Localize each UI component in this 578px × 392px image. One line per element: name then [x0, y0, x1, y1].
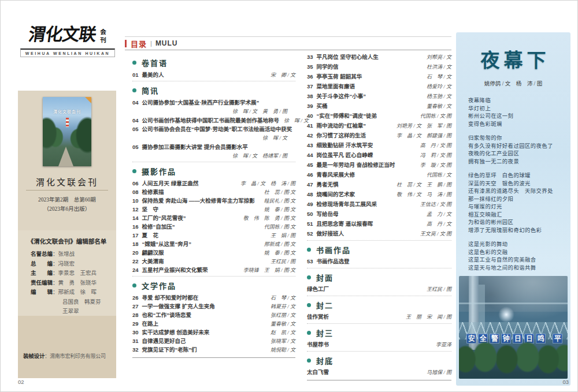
toc-entry-credit: 代国栋 / 文·图: [420, 113, 451, 120]
toc-entry-credit: 敬 伟 / 文 马 涛 / 图: [397, 191, 451, 198]
toc-entry-number: 17: [132, 232, 139, 238]
toc-subtitle: MULU: [155, 39, 178, 47]
toc-entry-number: 52: [307, 230, 313, 237]
toc-entry: 39买桶董春敏 / 文: [307, 103, 451, 110]
toc-entry-number: 45: [307, 162, 313, 168]
poem-line: 相互交映融汇: [468, 211, 570, 219]
toc-entry-number: 42: [307, 132, 313, 139]
section-bullet-icon: [132, 283, 136, 288]
toc-entry-title: 20翩翩汉服: [132, 249, 164, 256]
toc-entry-credit: 杜 蕊 / 文 王 鹏 / 图: [397, 181, 451, 188]
toc-entry-credit: 高 丹 / 文·图: [420, 142, 451, 149]
toc-entry-title: 51且把思念寄 遥以报春晖: [307, 221, 373, 227]
toc-entry-title: 16检修“自加压”: [132, 223, 175, 230]
toc-entry-credit: 杜 蕊 / 图·文: [264, 189, 295, 196]
editorial-role: 总 编: [31, 260, 53, 267]
feature-title: 夜幕下: [456, 45, 570, 73]
toc-entry-number: 50: [307, 211, 313, 217]
toc-entry-credit: 姚倪聪 / 文: [271, 346, 295, 353]
section-divider: [307, 380, 451, 380]
toc-entry-credit: 王红民 / 图: [427, 286, 451, 293]
toc-entry-number: 32: [132, 346, 139, 353]
editorial-row: 责任编辑：黄 勇 张晓华: [18, 278, 116, 288]
toc-separator: |: [150, 40, 152, 47]
toc-section-title: 简讯: [142, 85, 159, 96]
toc-entry-title: 32党旗见证下的“老陈”们: [132, 346, 197, 353]
toc-section-title: 封二: [316, 300, 334, 311]
toc-entry-number: 12: [132, 206, 139, 212]
toc-entry-credit: 刘艳芳 / 文 张 军 / 图: [397, 122, 451, 129]
editorial-row: 总 编：冯晓宏: [18, 259, 116, 269]
toc-entry: 30实干达成梦想 创造美好未来赵 凯 / 文: [132, 329, 295, 336]
toc-entry-number: 14: [132, 215, 139, 221]
toc-section-heading: 封底: [307, 355, 451, 366]
poem-stanza: 绿色的草坪 白色的球罐深蓝的天空 银色的波光还有漆黑的道路尽头 天际交界处那一抹…: [468, 172, 570, 234]
toc-entry-number: 05: [132, 144, 139, 150]
poem-line: 与璀璨的灯光: [468, 203, 570, 211]
editorial-board-title: 《渭化文联会刊》编辑部名单: [18, 237, 116, 245]
toc-entry-title: 04公司摄协参加“大国基业·陕西产行业摄影学术展”: [132, 99, 259, 106]
toc-section-heading: 封二: [307, 300, 451, 311]
toc-entry: 17夏 花王 娟 / 图: [132, 232, 295, 239]
toc-entry-title: 46青春风采展大修: [307, 171, 355, 178]
toc-entry: 05摄协参加三秦摄影大讲堂 提升会员摄影水平: [132, 144, 295, 151]
editorial-colon: ：: [53, 260, 58, 267]
toc-entry-title: 18“嫦娥”从这里“奔月”: [132, 241, 191, 248]
toc-entry: 36亭亭玉荷 韶韶其华石 琴 / 文: [307, 73, 451, 80]
toc-entry-title: 52做好接班人: [307, 230, 344, 237]
toc-entry-number: 29: [132, 320, 139, 327]
poem-line: 为和谐的彬州园区: [468, 219, 570, 227]
editorial-names: 邢新成 徐 晖: [58, 289, 97, 295]
toc-entry: 38关于斗争这件“小事”杨玉驰 / 文: [307, 93, 451, 100]
toc-section-heading: 简讯: [132, 85, 295, 96]
toc-entry-credit: 眭民礼 / 图·文: [264, 197, 295, 204]
toc-entry: 04公司书画创作基地获得中国职工书画院最美创作基地称号徐 晖 / 文: [132, 117, 295, 124]
toc-entry-number: 37: [307, 83, 313, 89]
editorial-colon: ：: [53, 279, 58, 286]
toc-entry-credit: 孟 力 / 文: [427, 211, 451, 218]
editorial-names: 黄 勇 张晓华: [58, 279, 97, 286]
design-role-label: 装帧设计: [23, 353, 45, 359]
toc-entry-number: 10: [132, 197, 139, 204]
feature-panel: 夜幕下 姚停鸽 / 文 杨 沛 / 图 夜幕降临华灯初上彬州公司在这一刻变得色彩…: [456, 32, 570, 386]
poem-line: 深蓝的天空 银色的波光: [468, 180, 570, 188]
toc-entry: 31自律遇见更好自己张晓军 / 文: [132, 338, 295, 345]
issue-line-2: （2023年6月出版）: [18, 204, 116, 212]
section-bullet-icon: [132, 169, 136, 173]
toc-entry: 绿色工厂王红民 / 图: [307, 286, 451, 293]
poem-line: 归家匆匆的你: [468, 135, 570, 143]
design-company: 渭南市宏利印务有限公司: [50, 353, 106, 359]
logo-english-text: WEIHUA WENLIAN HUIKAN: [20, 48, 115, 57]
issue-line-1: 2023年第2期 总第60期: [18, 195, 116, 203]
toc-entry-title: 08检修素描: [132, 189, 164, 196]
toc-header: 目录 | MULU: [125, 36, 451, 50]
toc-entry-title: 50写给岳母: [307, 211, 339, 218]
toc-entry: 26寻爱 却不知爱时时都在石 琴 / 文: [132, 294, 295, 301]
toc-entry-credit: 徐 晖 / 文 杨靖军 / 图: [132, 152, 295, 159]
section-divider: [307, 323, 451, 324]
toc-entry: 51且把思念寄 遥以报春晖高 丹 / 文: [307, 221, 451, 227]
toc-entry-credit: 王 丽 宋 闻 / 图: [406, 313, 451, 320]
toc-section-heading: 封三: [307, 327, 451, 338]
poem-line: 增添了无限瑰丽和奇幻的色彩: [468, 227, 570, 235]
feature-poem: 夜幕降临华灯初上彬州公司在这一刻变得色彩斑斓归家匆匆的你有多久没有好好看过园区的…: [468, 97, 570, 272]
design-colon: ：: [45, 353, 50, 359]
section-divider: [132, 357, 295, 358]
toc-entry: 10保持热爱 奔赴山海 ——大检修青年主力军掠影眭民礼 / 图·文: [132, 197, 295, 204]
toc-entry-number: 36: [307, 73, 313, 80]
toc-entry-credit: 杨玉驰 / 文: [427, 93, 451, 100]
toc-entry-number: 24: [132, 267, 139, 273]
toc-entry: 29在路上董春敏 / 文: [132, 320, 295, 327]
toc-entry: 48烧嘴间的艺术家敬 伟 / 文 马 涛 / 图: [307, 191, 451, 198]
page-number-left: 02: [18, 379, 24, 385]
toc-entry-title: 17夏 花: [132, 232, 158, 239]
toc-entry-number: 48: [307, 191, 313, 197]
toc-entry-title: 12坚 守: [132, 206, 158, 213]
toc-entry: 43细致勤钻研 汗水筑平安高 丹 / 文·图: [307, 142, 451, 149]
poem-stanza: 归家匆匆的你有多久没有好好看过园区的夜色了夜晚的化工产业园区拥有独一无二的夜景: [468, 135, 570, 166]
toc-entry-title: 35同学的信: [307, 64, 339, 70]
toc-entry: 33平凡岗位 坚守初心绘人生刘帮亮 / 文: [307, 54, 451, 61]
toc-entry: 01最美的人宋 卿 / 文: [132, 72, 295, 79]
toc-entry-credit: 徐 晖 / 文: [284, 117, 309, 124]
toc-entry-credit: 宋 卿 / 文: [271, 72, 295, 79]
